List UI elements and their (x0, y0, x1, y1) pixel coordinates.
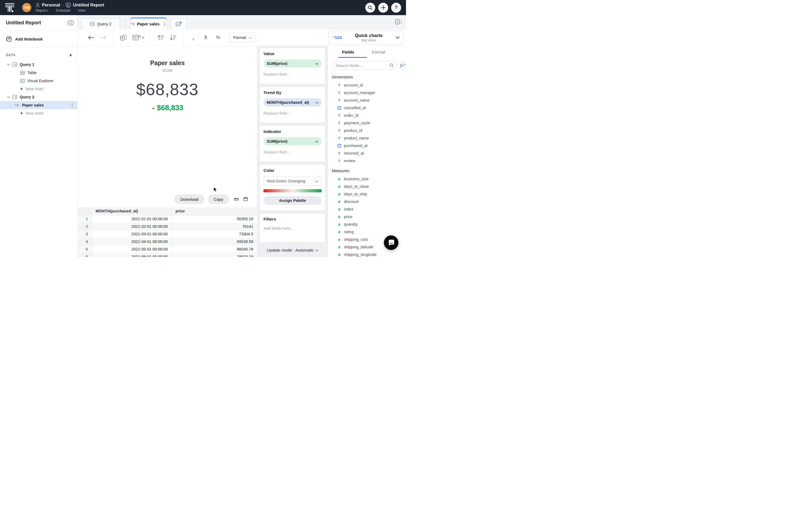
brand-logo-icon[interactable] (5, 3, 14, 12)
search-icon (389, 63, 394, 67)
field-item[interactable]: # index (328, 206, 406, 213)
field-label: shipping_longitude (344, 252, 377, 257)
table-header-month[interactable]: MONTH(purchased_at) (92, 207, 172, 215)
app-window: TM Personal › Untitled Report Report▾ Sc… (0, 0, 406, 257)
field-type-icon: # (337, 215, 341, 219)
percent-format-button[interactable]: % (214, 35, 222, 40)
value-replace-field[interactable]: Replace field... (263, 72, 321, 77)
add-button[interactable] (378, 3, 388, 13)
trend-by-replace-field[interactable]: Replace field... (263, 111, 321, 115)
chat-support-button[interactable] (384, 235, 399, 250)
value-field-pill[interactable]: SUM(price) (263, 59, 321, 67)
expanded-table-view-button[interactable] (243, 197, 248, 201)
search-fields-box[interactable] (332, 61, 397, 70)
field-item[interactable]: T product_id (328, 127, 406, 134)
undo-button[interactable] (87, 36, 95, 39)
collapse-left-icon (67, 20, 74, 25)
trend-by-field-pill[interactable]: MONTH(purchased_at) (263, 98, 321, 106)
field-item[interactable]: purchased_at (328, 142, 406, 150)
tree-item-visual-explorer[interactable]: Visual Explorer (0, 77, 78, 85)
collapse-right-panel-button[interactable] (395, 19, 402, 26)
collapse-sidebar-button[interactable] (67, 20, 74, 25)
tree-item-new-chart-query2[interactable]: + New chart (0, 109, 78, 117)
field-item[interactable]: # discount (328, 198, 406, 206)
quick-charts-selector[interactable]: ^123 Quick charts Big Value (328, 31, 404, 44)
sort-descending-button[interactable] (169, 34, 177, 40)
redo-button[interactable] (99, 36, 108, 39)
tab-format[interactable]: Format (372, 50, 385, 58)
field-item[interactable]: T order_id (328, 112, 406, 119)
tree-item-table[interactable]: Table (0, 69, 78, 77)
chevron-down-icon (315, 61, 318, 66)
field-item[interactable]: T account_id (328, 81, 406, 89)
field-label: rating (344, 230, 354, 234)
field-item[interactable]: cancelled_at (328, 104, 406, 112)
search-fields-input[interactable] (336, 63, 389, 68)
search-button[interactable] (365, 3, 375, 13)
breadcrumb-workspace[interactable]: Personal (42, 3, 60, 7)
tab-paper-sales-active[interactable]: ^2 Paper sales ⋮ (130, 18, 167, 29)
field-item[interactable]: # quantity (328, 220, 406, 228)
duplicate-chart-button[interactable] (120, 34, 128, 41)
kebab-menu-icon[interactable]: ⋮ (70, 103, 74, 108)
palette-select[interactable]: Red-Green Diverging (263, 177, 321, 185)
table-header-price[interactable]: price (172, 207, 257, 215)
dimensions-header: Dimensions (328, 71, 406, 81)
filters-drop-zone[interactable]: Add fields here... (263, 226, 321, 231)
chevron-down-icon[interactable] (7, 96, 10, 98)
query-icon (12, 95, 17, 99)
field-label: review (344, 159, 355, 163)
menu-report[interactable]: Report▾ (36, 8, 48, 12)
update-mode-select[interactable]: Automatic (295, 248, 318, 253)
menu-view[interactable]: View (78, 8, 86, 12)
table-row[interactable]: 5 2021-05-01 00:00:00 86045.78 (78, 245, 257, 253)
table-row[interactable]: 6 2021-06-01 00:00:00 78523.19 (78, 253, 257, 257)
indicator-field-pill[interactable]: SUM(price) (263, 137, 321, 145)
field-item[interactable]: T account_manager (328, 89, 406, 97)
table-row[interactable]: 1 2021-01-01 00:00:00 56355.18 (78, 215, 257, 223)
remove-chart-menu-button[interactable] (133, 34, 144, 41)
field-item[interactable]: T review (328, 157, 406, 165)
currency-format-button[interactable]: $ (202, 35, 210, 40)
sort-ascending-button[interactable] (156, 34, 165, 40)
field-item[interactable]: T returned_at (328, 150, 406, 157)
tree-item-query2[interactable]: Query 2 (0, 93, 78, 101)
field-item[interactable]: T payment_cycle (328, 119, 406, 127)
tree-label: Paper sales (22, 103, 44, 107)
tree-item-new-chart-query1[interactable]: + New chart (0, 85, 78, 93)
add-data-button[interactable]: + (69, 52, 72, 58)
field-item[interactable]: # shipping_longitude (328, 251, 406, 257)
tab-query2[interactable]: Query 2 (82, 18, 120, 29)
table-row[interactable]: 2 2021-02-01 00:00:00 76141 (78, 223, 257, 230)
compact-table-view-button[interactable] (234, 197, 239, 201)
field-label: returned_at (344, 151, 364, 155)
field-item[interactable]: # rating (328, 228, 406, 236)
field-item[interactable]: # business_size (328, 175, 406, 183)
thousands-separator-button[interactable]: , (189, 36, 197, 39)
field-item[interactable]: T account_name (328, 97, 406, 104)
field-item[interactable]: T product_name (328, 134, 406, 142)
format-dropdown[interactable]: Format (229, 33, 256, 43)
tree-item-paper-sales[interactable]: ^2 Paper sales ⋮ (0, 101, 78, 109)
field-item[interactable]: # days_to_close (328, 183, 406, 190)
user-avatar[interactable]: TM (22, 3, 31, 12)
download-button[interactable]: Download (174, 194, 204, 204)
add-notebook-button[interactable]: Add Notebook (0, 31, 78, 48)
field-item[interactable]: # price (328, 213, 406, 220)
assign-palette-button[interactable]: Assign Palette (263, 196, 321, 205)
indicator-replace-field[interactable]: Replace field... (263, 150, 321, 154)
add-calculated-field-button[interactable]: fx+ (400, 61, 405, 70)
table-row[interactable]: 4 2021-04-01 00:00:00 69539.58 (78, 238, 257, 245)
tab-fields[interactable]: Fields (342, 50, 354, 58)
breadcrumb-report-title[interactable]: Untitled Report (73, 3, 104, 7)
new-chart-tab-button[interactable] (171, 18, 186, 29)
menu-schedule[interactable]: Schedule (56, 8, 70, 12)
chevron-down-icon[interactable] (7, 64, 10, 66)
filters-card: Filters Add fields here... (259, 213, 325, 243)
copy-button[interactable]: Copy (208, 194, 229, 204)
tree-item-query1[interactable]: Query 1 (0, 60, 78, 69)
kebab-menu-icon[interactable]: ⋮ (163, 22, 167, 26)
field-item[interactable]: # days_to_ship (328, 190, 406, 198)
help-button[interactable]: ? (391, 3, 401, 13)
table-row[interactable]: 3 2021-03-01 00:00:00 73304.5 (78, 230, 257, 238)
